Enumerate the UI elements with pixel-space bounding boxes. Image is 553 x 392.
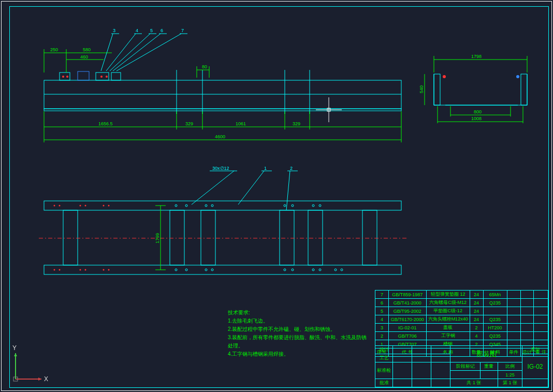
svg-point-87 (205, 269, 207, 271)
callout-3: 3 (113, 28, 115, 33)
note-4: 4.工字钢与槽钢采用焊接。 (228, 350, 368, 358)
svg-line-32 (106, 34, 136, 71)
svg-point-88 (211, 269, 213, 271)
ucs-icon: X Y (10, 343, 52, 384)
svg-point-66 (59, 205, 61, 207)
svg-point-82 (292, 205, 294, 207)
svg-point-79 (205, 205, 207, 207)
svg-point-72 (59, 269, 61, 271)
svg-point-91 (312, 269, 314, 271)
ucs-x: X (44, 375, 48, 383)
svg-point-89 (284, 269, 286, 271)
svg-rect-58 (63, 210, 78, 265)
svg-point-67 (80, 205, 81, 207)
svg-point-73 (80, 269, 81, 271)
svg-point-77 (175, 205, 177, 207)
svg-point-92 (319, 269, 321, 271)
dim-1008: 1008 (471, 116, 482, 121)
svg-rect-56 (44, 201, 401, 210)
svg-line-100 (238, 171, 264, 205)
svg-point-76 (108, 269, 110, 271)
svg-marker-108 (38, 378, 41, 381)
svg-point-45 (516, 75, 519, 78)
svg-line-33 (110, 34, 150, 71)
callout-4: 4 (136, 28, 138, 33)
notes-title: 技术要求: (228, 309, 368, 317)
dim-460: 460 (80, 54, 88, 60)
svg-point-85 (175, 269, 177, 271)
elevation-view: 250 580 460 80 1656.5 329 1061 329 4600 … (44, 28, 401, 142)
svg-point-10 (106, 76, 108, 78)
callout-6: 6 (161, 28, 163, 33)
note-1: 1.去除毛刺飞边。 (228, 317, 368, 325)
svg-point-93 (334, 269, 337, 271)
svg-line-98 (192, 171, 234, 205)
svg-rect-4 (78, 71, 89, 80)
table-row: 3IG-02-01盖板2HT200 (375, 324, 548, 332)
technical-notes: 技术要求: 1.去除毛刺飞边。 2.装配过程中零件不允许磕、碰、划伤和锈蚀。 3… (228, 309, 368, 358)
svg-point-86 (185, 269, 187, 271)
svg-point-74 (85, 269, 86, 271)
ucs-y: Y (12, 344, 17, 352)
svg-rect-2 (44, 109, 401, 111)
callout-2: 2 (290, 166, 293, 171)
table-row: 6GB/T41-2000六角螺母C级-M1224Q235 (375, 299, 548, 307)
dim-540: 540 (419, 85, 424, 93)
svg-rect-41 (434, 74, 440, 105)
dim-580: 580 (83, 47, 91, 52)
dim-329a: 329 (185, 121, 193, 126)
svg-point-78 (185, 205, 187, 207)
callout-1: 1 (264, 166, 267, 171)
svg-point-84 (319, 205, 321, 207)
drawing-title: 部装图 (450, 346, 522, 362)
svg-point-75 (103, 269, 105, 271)
svg-point-71 (54, 269, 55, 271)
dim-1799: 1799 (155, 233, 160, 243)
table-row: 4GB/T6170-2000六角头螺栓M12x4024Q235 (375, 315, 548, 324)
svg-rect-57 (44, 265, 401, 274)
svg-point-44 (443, 75, 446, 78)
title-block: 设计 部装图 底架 工艺 IG-02 标准检 阶段标记重量比例 1:25 批准 … (375, 345, 548, 387)
svg-rect-62 (308, 210, 323, 265)
note-2: 2.装配过程中零件不允许磕、碰、划伤和锈蚀。 (228, 325, 368, 333)
svg-rect-60 (201, 210, 215, 265)
dim-1798: 1798 (471, 54, 482, 59)
table-row: 2GB/T706工字钢4Q235 (375, 332, 548, 340)
svg-rect-63 (362, 210, 377, 265)
svg-point-81 (284, 205, 286, 207)
drawing-number: IG-02 (522, 354, 548, 379)
svg-line-35 (117, 34, 181, 71)
svg-line-31 (101, 34, 113, 71)
callout-5: 5 (150, 28, 153, 33)
svg-marker-110 (14, 353, 17, 356)
svg-point-80 (211, 205, 213, 207)
svg-point-69 (103, 205, 105, 207)
table-row: 5GB/T95-2002平垫圈C级-1224 (375, 307, 548, 315)
cursor-crosshair (316, 97, 342, 122)
dim-1656: 1656.5 (98, 121, 113, 126)
dim-329b: 329 (293, 121, 300, 126)
scale: 1:25 (498, 371, 522, 379)
dim-4600: 4600 (215, 134, 225, 139)
svg-rect-42 (521, 74, 527, 105)
table-row: 7GB/T859-1987轻型弹簧垫圈 122465Mn (375, 291, 548, 299)
dim-1061: 1061 (236, 121, 246, 126)
svg-point-7 (62, 76, 64, 78)
dim-250: 250 (50, 47, 58, 52)
svg-point-94 (341, 269, 343, 271)
svg-point-70 (108, 205, 110, 207)
svg-rect-3 (60, 72, 70, 80)
dim-800: 800 (474, 109, 482, 114)
svg-rect-61 (280, 210, 294, 265)
svg-point-68 (85, 205, 86, 207)
svg-line-34 (113, 34, 161, 71)
svg-point-90 (292, 269, 294, 271)
callout-7: 7 (181, 28, 184, 33)
svg-point-65 (54, 205, 55, 207)
plan-view: 1799 30x∅12 1 2 (39, 166, 406, 274)
note-3: 3.装配前，所有零件都要进行脱脂、酸洗、中和、水洗及防锈处理。 (228, 333, 368, 350)
dim-30x12: 30x∅12 (212, 166, 229, 171)
svg-point-9 (100, 76, 103, 78)
section-view: 540 1798 800 1008 (419, 54, 527, 123)
dim-80: 80 (202, 64, 207, 69)
